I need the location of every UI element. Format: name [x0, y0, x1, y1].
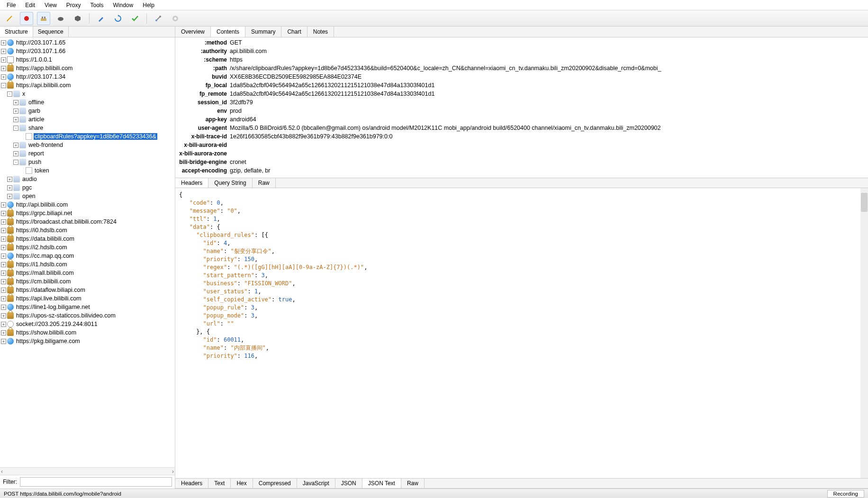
hex-icon[interactable] [71, 12, 84, 25]
expander-icon[interactable]: - [7, 91, 12, 97]
tree-node[interactable]: -https://api.bilibili.com [0, 81, 175, 90]
tab-headers[interactable]: Headers [175, 178, 208, 188]
tab-javascript[interactable]: JavaScript [297, 479, 335, 488]
expander-icon[interactable]: + [1, 288, 6, 293]
expander-icon[interactable]: + [1, 330, 6, 335]
tab-structure[interactable]: Structure [0, 27, 33, 37]
tree-node[interactable]: +https://pkg.biligame.com [0, 337, 175, 345]
tree-node[interactable]: +https://i0.hdslb.com [0, 226, 175, 235]
menu-proxy[interactable]: Proxy [62, 1, 86, 9]
expander-icon[interactable]: - [13, 160, 18, 165]
tree-node[interactable]: +http://203.107.1.65 [0, 38, 175, 47]
turtle-icon[interactable] [54, 12, 67, 25]
tree-node[interactable]: +web-frontend [0, 141, 175, 149]
tab-text[interactable]: Text [208, 479, 231, 488]
tab-headers[interactable]: Headers [175, 479, 208, 488]
menu-window[interactable]: Window [108, 1, 138, 9]
tab-json[interactable]: JSON [335, 479, 362, 488]
tab-raw[interactable]: Raw [401, 479, 425, 488]
recording-indicator[interactable]: Recording [827, 490, 864, 498]
tab-hex[interactable]: Hex [231, 479, 253, 488]
tree-node[interactable]: +offline [0, 98, 175, 107]
tab-json-text[interactable]: JSON Text [362, 479, 401, 488]
menu-file[interactable]: File [2, 1, 20, 9]
tree-node[interactable]: +report [0, 149, 175, 158]
record-icon[interactable] [20, 12, 33, 25]
expander-icon[interactable]: + [1, 74, 6, 80]
expander-icon[interactable]: + [1, 219, 6, 225]
tree-node[interactable]: +https://cm.bilibili.com [0, 277, 175, 286]
tree-node[interactable]: -share [0, 124, 175, 132]
expander-icon[interactable]: + [1, 271, 6, 276]
expander-icon[interactable]: + [13, 143, 18, 148]
tree-node[interactable]: +audio [0, 175, 175, 183]
expander-icon[interactable]: + [1, 305, 6, 310]
response-body[interactable]: { "code": 0, "message": "0", "ttl": 1, "… [175, 188, 868, 478]
expander-icon[interactable]: + [1, 228, 6, 233]
tree-node[interactable]: +pgc [0, 183, 175, 192]
menu-view[interactable]: View [40, 1, 62, 9]
expander-icon[interactable]: + [1, 254, 6, 259]
tree-node[interactable]: +https://i1.hdslb.com [0, 260, 175, 269]
expander-icon[interactable]: + [1, 296, 6, 301]
check-icon[interactable] [128, 12, 142, 25]
expander-icon[interactable]: + [1, 236, 6, 242]
tree-node[interactable]: +https://mall.bilibili.com [0, 269, 175, 277]
expander-icon[interactable]: + [1, 322, 6, 327]
tree-node[interactable]: +open [0, 192, 175, 200]
tree-node[interactable]: +https://show.bilibili.com [0, 328, 175, 337]
throttle-icon[interactable] [37, 12, 50, 25]
tree-node[interactable]: +https://dataflow.biliapi.com [0, 286, 175, 294]
menu-tools[interactable]: Tools [86, 1, 108, 9]
tree-node[interactable]: token [0, 166, 175, 175]
tree-node[interactable]: +https://1.0.0.1 [0, 55, 175, 64]
filter-input[interactable] [20, 477, 172, 487]
expander-icon[interactable]: - [13, 126, 18, 131]
expander-icon[interactable]: + [13, 117, 18, 122]
vertical-scrollbar[interactable] [860, 188, 868, 478]
menu-help[interactable]: Help [138, 1, 159, 9]
tree-node[interactable]: +https://i2.hdslb.com [0, 243, 175, 252]
tab-sequence[interactable]: Sequence [33, 27, 69, 37]
tab-raw[interactable]: Raw [253, 178, 276, 188]
refresh-icon[interactable] [111, 12, 125, 25]
tree-node[interactable]: +http://203.107.1.66 [0, 47, 175, 55]
expander-icon[interactable]: + [1, 66, 6, 71]
tree-node[interactable]: +https://app.bilibili.com [0, 64, 175, 72]
tree-node[interactable]: -x [0, 90, 175, 98]
expander-icon[interactable]: + [1, 202, 6, 208]
tab-chart[interactable]: Chart [281, 27, 307, 37]
expander-icon[interactable]: - [1, 83, 6, 88]
tree-node[interactable]: -push [0, 158, 175, 166]
settings-icon[interactable] [169, 12, 182, 25]
tree-node[interactable]: +https://grpc.biliapi.net [0, 209, 175, 217]
tree-node[interactable]: +https://broadcast.chat.bilibili.com:782… [0, 217, 175, 226]
expander-icon[interactable]: + [1, 245, 6, 250]
expander-icon[interactable]: + [7, 185, 12, 190]
expander-icon[interactable]: + [1, 279, 6, 284]
tree-node[interactable]: +http://api.bilibili.com [0, 200, 175, 209]
tree-node[interactable]: +https://cc.map.qq.com [0, 252, 175, 260]
pen-icon[interactable] [94, 12, 108, 25]
session-tree[interactable]: +http://203.107.1.65+http://203.107.1.66… [0, 37, 175, 467]
expander-icon[interactable]: + [1, 40, 6, 45]
expander-icon[interactable]: + [1, 339, 6, 344]
expander-icon[interactable]: + [1, 211, 6, 216]
tab-summary[interactable]: Summary [245, 27, 281, 37]
expander-icon[interactable]: + [7, 194, 12, 199]
menu-edit[interactable]: Edit [20, 1, 40, 9]
tree-node[interactable]: +socket://203.205.219.244:8011 [0, 320, 175, 328]
horizontal-scrollbar[interactable]: ‹› [0, 467, 175, 475]
tree-node[interactable]: +https://api.live.bilibili.com [0, 294, 175, 303]
expander-icon[interactable]: + [13, 100, 18, 105]
tab-overview[interactable]: Overview [175, 27, 211, 37]
expander-icon[interactable]: + [1, 262, 6, 267]
tools-icon[interactable] [152, 12, 165, 25]
tree-node[interactable]: +article [0, 115, 175, 124]
tree-node[interactable]: clipboardRules?appkey=1d8b6e7d45233436& [0, 132, 175, 141]
expander-icon[interactable]: + [1, 57, 6, 63]
expander-icon[interactable]: + [13, 109, 18, 114]
tab-query-string[interactable]: Query String [208, 178, 252, 188]
tree-node[interactable]: +https://line1-log.biligame.net [0, 303, 175, 311]
tree-node[interactable]: +https://data.bilibili.com [0, 235, 175, 243]
